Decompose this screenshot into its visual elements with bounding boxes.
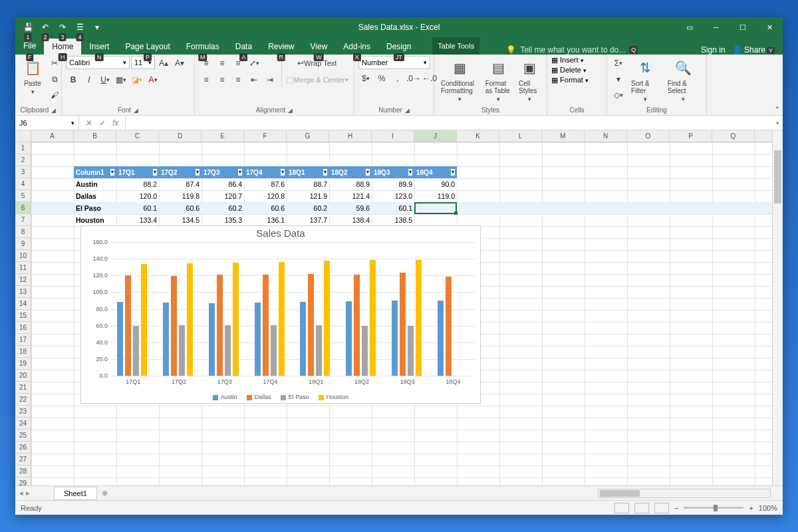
- column-header[interactable]: I: [372, 130, 414, 142]
- align-center-icon[interactable]: ≡: [215, 72, 229, 87]
- align-left-icon[interactable]: ≡: [199, 72, 213, 87]
- share-button[interactable]: 👤 ShareY: [732, 45, 775, 55]
- table-cell[interactable]: 60.2: [287, 202, 329, 214]
- ribbon-tab-formulas[interactable]: FormulasM: [178, 39, 227, 55]
- italic-button[interactable]: I: [82, 72, 96, 87]
- row-header[interactable]: 7: [15, 214, 31, 226]
- column-header[interactable]: J: [414, 130, 457, 142]
- qat-touch-icon[interactable]: ☰4: [72, 20, 87, 35]
- row-header[interactable]: 15: [15, 310, 31, 322]
- autosum-icon[interactable]: Σ▾: [611, 56, 626, 70]
- row-header[interactable]: 29: [15, 477, 31, 485]
- fx-icon[interactable]: fx: [112, 118, 118, 128]
- ribbon-options-icon[interactable]: ▭: [676, 17, 703, 37]
- copy-icon[interactable]: ⧉: [47, 72, 62, 86]
- tab-scroll-left-icon[interactable]: ◂: [19, 489, 23, 497]
- row-header[interactable]: 20: [15, 370, 31, 382]
- table-cell[interactable]: 136.1: [244, 214, 287, 226]
- column-header[interactable]: G: [287, 130, 329, 142]
- column-header[interactable]: A: [31, 130, 74, 142]
- align-right-icon[interactable]: ≡: [231, 72, 245, 87]
- comma-format-icon[interactable]: ,: [390, 71, 405, 86]
- row-header[interactable]: 11: [15, 262, 31, 274]
- row-header[interactable]: 3: [15, 166, 31, 178]
- decrease-font-icon[interactable]: A▾: [172, 56, 187, 70]
- table-cell[interactable]: 60.2: [201, 202, 244, 214]
- ribbon-tab-view[interactable]: ViewW: [303, 39, 336, 55]
- table-cell[interactable]: Dallas: [74, 190, 116, 202]
- horizontal-scrollbar[interactable]: [598, 489, 771, 498]
- percent-format-icon[interactable]: %: [374, 71, 389, 86]
- paste-button[interactable]: 📋 Paste▾: [19, 56, 46, 96]
- column-header[interactable]: O: [627, 130, 670, 142]
- row-header[interactable]: 6: [15, 202, 31, 214]
- ribbon-tab-data[interactable]: DataA: [227, 39, 260, 55]
- table-cell[interactable]: 120.8: [244, 190, 287, 202]
- column-header[interactable]: B: [74, 130, 116, 142]
- column-header[interactable]: P: [670, 130, 712, 142]
- table-cell[interactable]: 90.0: [414, 178, 457, 190]
- fill-icon[interactable]: ▾: [611, 72, 626, 86]
- table-header-cell[interactable]: 18Q2▾: [329, 166, 372, 178]
- enter-formula-icon[interactable]: ✓: [99, 118, 106, 128]
- table-header-cell[interactable]: 17Q2▾: [159, 166, 201, 178]
- row-header[interactable]: 23: [15, 406, 31, 418]
- border-icon[interactable]: ▦▾: [114, 72, 128, 87]
- column-header[interactable]: D: [159, 130, 201, 142]
- table-header-cell[interactable]: 18Q3▾: [372, 166, 414, 178]
- align-middle-icon[interactable]: ≡: [215, 56, 229, 70]
- column-header[interactable]: F: [244, 130, 287, 142]
- decrease-indent-icon[interactable]: ⇤: [247, 72, 261, 87]
- underline-button[interactable]: U▾: [98, 72, 112, 87]
- row-header[interactable]: 25: [15, 430, 31, 442]
- table-cell[interactable]: 60.6: [159, 202, 201, 214]
- qat-customize-icon[interactable]: ▾: [90, 20, 104, 35]
- table-cell[interactable]: 60.6: [244, 202, 287, 214]
- font-color-icon[interactable]: A▾: [146, 72, 160, 87]
- accounting-format-icon[interactable]: $▾: [358, 71, 373, 86]
- row-header[interactable]: 8: [15, 226, 31, 238]
- increase-indent-icon[interactable]: ⇥: [263, 72, 277, 87]
- row-header[interactable]: 28: [15, 466, 31, 477]
- table-header-cell[interactable]: Column1▾: [74, 166, 116, 178]
- format-as-table-button[interactable]: ▤Format as Table▾: [483, 56, 515, 104]
- name-box[interactable]: J6▾: [15, 116, 79, 130]
- ribbon-tab-add-ins[interactable]: Add-insX: [335, 39, 378, 55]
- table-cell[interactable]: 121.9: [287, 190, 329, 202]
- table-cell[interactable]: 86.4: [201, 178, 244, 190]
- page-break-view-icon[interactable]: [654, 503, 669, 513]
- orientation-icon[interactable]: ⤢▾: [247, 56, 261, 70]
- table-cell[interactable]: 137.7: [287, 214, 329, 226]
- table-cell[interactable]: 119.8: [159, 190, 201, 202]
- row-header[interactable]: 26: [15, 442, 31, 454]
- table-cell[interactable]: 60.1: [116, 202, 159, 214]
- ribbon-tab-page-layout[interactable]: Page LayoutP: [117, 39, 178, 55]
- table-cell[interactable]: 87.6: [244, 178, 287, 190]
- table-cell[interactable]: 121.4: [329, 190, 372, 202]
- tab-scroll-right-icon[interactable]: ▸: [26, 489, 30, 497]
- row-header[interactable]: 13: [15, 286, 31, 298]
- table-cell[interactable]: El Paso: [74, 202, 116, 214]
- find-select-button[interactable]: 🔍Find & Select▾: [665, 56, 702, 104]
- chart[interactable]: Sales Data 0.020.040.060.080.0100.0120.0…: [80, 225, 481, 404]
- row-header[interactable]: 4: [15, 178, 31, 190]
- qat-save-icon[interactable]: 💾1: [21, 20, 35, 35]
- row-header[interactable]: 19: [15, 358, 31, 370]
- zoom-in-icon[interactable]: +: [749, 504, 753, 512]
- vertical-scrollbar[interactable]: [772, 130, 783, 485]
- formula-input[interactable]: [126, 116, 772, 130]
- format-cells-button[interactable]: ▦ Format ▾: [551, 76, 589, 84]
- table-cell[interactable]: 88.7: [287, 178, 329, 190]
- column-header[interactable]: C: [116, 130, 159, 142]
- clear-icon[interactable]: ◇▾: [611, 88, 626, 102]
- minimize-icon[interactable]: ─: [703, 17, 730, 37]
- row-header[interactable]: 18: [15, 346, 31, 358]
- insert-cells-button[interactable]: ▦ Insert ▾: [551, 56, 584, 65]
- table-cell[interactable]: 138.4: [329, 214, 372, 226]
- column-header[interactable]: H: [329, 130, 372, 142]
- ribbon-tab-design[interactable]: DesignJT: [378, 39, 419, 55]
- table-cell[interactable]: 138.5: [372, 214, 414, 226]
- delete-cells-button[interactable]: ▦ Delete ▾: [551, 66, 587, 74]
- row-header[interactable]: 10: [15, 250, 31, 262]
- row-header[interactable]: 21: [15, 382, 31, 394]
